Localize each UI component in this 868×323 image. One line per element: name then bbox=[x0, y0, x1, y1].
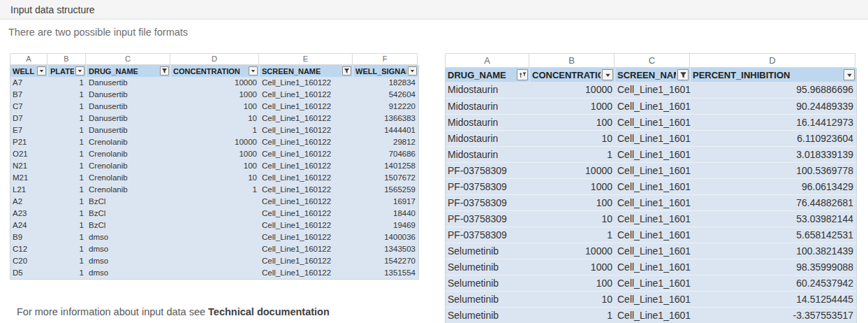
table-row: A231BzClCell_Line1_16012218440 bbox=[10, 208, 418, 220]
cell: dmso bbox=[87, 267, 171, 279]
cell: 1 bbox=[530, 227, 615, 243]
cell: PF-03758309 bbox=[446, 210, 530, 227]
cell: 912220 bbox=[353, 101, 418, 113]
cell: 1 bbox=[530, 307, 615, 323]
cell: Cell_Line1_160122 bbox=[615, 146, 691, 162]
cell: 1 bbox=[48, 231, 87, 243]
cell: Danusertib bbox=[87, 89, 171, 101]
table-header-row: WELLPLATEDRUG_NAMECONCENTRATIONSCREEN_NA… bbox=[10, 65, 418, 77]
cell: 1 bbox=[48, 113, 87, 124]
table-row: D51dmsoCell_Line1_1601221351554 bbox=[10, 267, 418, 279]
cell: Cell_Line1_160122 bbox=[615, 98, 691, 114]
column-header-label: CONCENTRATION bbox=[532, 70, 601, 80]
column-letter: A bbox=[10, 53, 47, 65]
section-header: Input data structure bbox=[0, 0, 868, 20]
cell bbox=[171, 267, 260, 279]
cell: Cell_Line1_160122 bbox=[260, 89, 353, 101]
cell: 1 bbox=[48, 124, 87, 136]
cell: C7 bbox=[10, 101, 48, 113]
cell: 10 bbox=[530, 291, 615, 307]
cell: Midostaurin bbox=[446, 130, 530, 146]
table-row: PF-037583091Cell_Line1_1601225.658142531 bbox=[446, 227, 856, 243]
cell bbox=[171, 208, 260, 220]
cell: Cell_Line1_160122 bbox=[615, 82, 691, 98]
cell: 53.03982144 bbox=[691, 210, 856, 227]
cell: N21 bbox=[10, 160, 48, 172]
cell: Selumetinib bbox=[446, 259, 530, 275]
cell: 16917 bbox=[353, 196, 418, 208]
sort-filter-icon[interactable] bbox=[517, 69, 528, 80]
cell: 29812 bbox=[353, 136, 418, 148]
cell: Cell_Line1_160122 bbox=[260, 208, 353, 220]
cell: C20 bbox=[10, 255, 48, 267]
cell: Cell_Line1_160122 bbox=[615, 114, 691, 130]
cell: Cell_Line1_160122 bbox=[260, 160, 353, 172]
table-row: Selumetinib10Cell_Line1_16012214.5125444… bbox=[446, 291, 856, 307]
cell: dmso bbox=[87, 255, 171, 267]
cell: PF-03758309 bbox=[446, 162, 530, 178]
table-row: M211Crenolanib10Cell_Line1_1601221507672 bbox=[10, 172, 418, 184]
dropdown-icon[interactable] bbox=[602, 69, 613, 80]
cell: dmso bbox=[87, 243, 171, 255]
cell: 1 bbox=[530, 146, 615, 162]
technical-documentation-link[interactable]: Technical documentation bbox=[208, 306, 330, 317]
dropdown-icon[interactable] bbox=[37, 66, 46, 76]
column-header-plate: PLATE bbox=[48, 65, 87, 77]
cell: 1000 bbox=[171, 148, 260, 160]
filter-icon[interactable] bbox=[677, 69, 689, 80]
cell: Danusertib bbox=[87, 124, 171, 136]
cell: Crenolanib bbox=[87, 148, 171, 160]
cell: A2 bbox=[10, 196, 48, 208]
cell: Cell_Line1_160122 bbox=[260, 148, 353, 160]
cell: B7 bbox=[10, 89, 48, 101]
filter-icon[interactable] bbox=[342, 66, 351, 76]
cell: L21 bbox=[10, 184, 48, 196]
cell: 1 bbox=[48, 208, 87, 220]
cell: 1 bbox=[48, 136, 87, 148]
cell: BzCl bbox=[87, 208, 171, 220]
column-header-label: SCREEN_NAME bbox=[617, 70, 676, 80]
cell: 100 bbox=[530, 194, 615, 210]
footer-note: For more information about input data se… bbox=[17, 306, 330, 317]
cell: PF-03758309 bbox=[446, 194, 530, 210]
table-area: WELLPLATEDRUG_NAMECONCENTRATIONSCREEN_NA… bbox=[10, 65, 419, 280]
column-header-concentration: CONCENTRATION bbox=[171, 65, 260, 77]
cell: A7 bbox=[10, 77, 48, 89]
column-header-well: WELL bbox=[10, 65, 48, 77]
cell: dmso bbox=[87, 231, 171, 243]
column-header-screen_name: SCREEN_NAME bbox=[615, 68, 691, 82]
column-letter: D bbox=[690, 53, 855, 68]
cell: 100 bbox=[530, 275, 615, 291]
cell: Cell_Line1_160122 bbox=[615, 259, 691, 275]
table-body: Midostaurin10000Cell_Line1_16012295.9688… bbox=[446, 82, 856, 323]
dropdown-icon[interactable] bbox=[408, 66, 417, 76]
filter-icon[interactable] bbox=[160, 66, 169, 76]
cell: P21 bbox=[10, 136, 48, 148]
dropdown-icon[interactable] bbox=[75, 66, 84, 76]
dropdown-icon[interactable] bbox=[844, 69, 855, 80]
table-row: E71Danusertib1Cell_Line1_1601221444401 bbox=[10, 124, 418, 136]
table-row: Midostaurin100Cell_Line1_16012216.144129… bbox=[446, 114, 856, 130]
cell: Cell_Line1_160122 bbox=[260, 113, 353, 124]
cell bbox=[171, 243, 260, 255]
column-letter: E bbox=[259, 53, 353, 65]
dropdown-icon[interactable] bbox=[249, 66, 258, 76]
cell: C12 bbox=[10, 243, 48, 255]
column-letter-row: ABCDEF bbox=[10, 53, 419, 65]
column-header-screen_name: SCREEN_NAME bbox=[260, 65, 353, 77]
table-row: PF-0375830910Cell_Line1_16012253.0398214… bbox=[446, 210, 856, 227]
table-row: Midostaurin1000Cell_Line1_16012290.24489… bbox=[446, 98, 856, 114]
table-row: Selumetinib1000Cell_Line1_16012298.35999… bbox=[446, 259, 856, 275]
cell: 3.018339139 bbox=[691, 146, 856, 162]
cell: 100 bbox=[530, 114, 615, 130]
cell: 1343503 bbox=[353, 243, 418, 255]
column-header-label: WELL_SIGNAL bbox=[355, 67, 406, 76]
table-row: PF-037583091000Cell_Line1_16012296.06134… bbox=[446, 178, 856, 194]
cell: 1 bbox=[48, 172, 87, 184]
table-row: PF-03758309100Cell_Line1_16012276.448826… bbox=[446, 194, 856, 210]
column-letter: B bbox=[529, 53, 615, 68]
column-header-drug_name: DRUG_NAME bbox=[87, 65, 171, 77]
table-row: P211Crenolanib10000Cell_Line1_1601222981… bbox=[10, 136, 418, 148]
cell: 1000 bbox=[530, 98, 615, 114]
cell: 1565259 bbox=[353, 184, 418, 196]
